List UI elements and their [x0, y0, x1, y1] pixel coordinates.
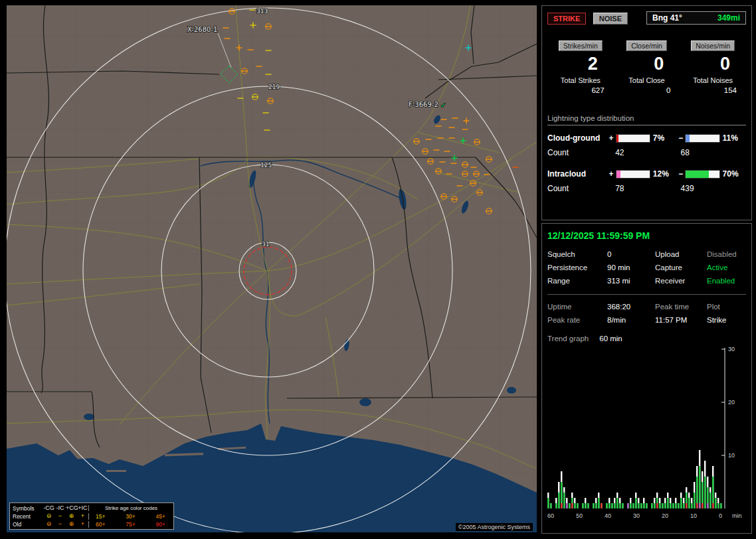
ic-plus-bar [616, 170, 650, 179]
close-per-min-value: 0 [614, 51, 680, 75]
legend-age-values: 60+75+90+ [88, 521, 171, 528]
plot-mode-value: Strike [707, 316, 746, 324]
legend-header: +CG [66, 504, 77, 512]
total-close-label: Total Close [614, 76, 680, 84]
strike-symbol-glyph: ⊖ [43, 512, 54, 520]
upload-value: Disabled [707, 250, 746, 258]
rate-columns: Strikes/min 2 Total Strikes 627 Close/mi… [547, 40, 746, 94]
squelch-label: Squelch [547, 250, 607, 258]
svg-text:60: 60 [547, 512, 554, 519]
intracloud-label: Intracloud [547, 169, 607, 179]
strike-symbol-glyph: ⊕ [66, 520, 77, 528]
legend-header: -IC [54, 504, 66, 512]
capture-label: Capture [655, 264, 707, 271]
trend-graph-header: Trend graph 60 min [547, 335, 746, 343]
close-per-min-button[interactable]: Close/min [626, 40, 667, 51]
trend-graph: 1020306050403020100min [545, 346, 755, 520]
strike-mode-button[interactable]: STRIKE [547, 13, 586, 25]
legend-row-label: Recent [13, 513, 43, 520]
uptime-grid: Uptime 368:20 Peak time Plot Peak rate 8… [547, 303, 746, 324]
peakrate-value: 8/min [607, 316, 655, 324]
legend-header: Symbols [13, 505, 43, 512]
plus-sign: + [607, 133, 615, 143]
uptime-label: Uptime [547, 303, 607, 311]
peaktime-value: 11:57 PM [655, 316, 707, 324]
status-panel: 12/12/2025 11:59:59 PM Squelch 0 Upload … [541, 223, 752, 534]
legend-age-header: Strike age color codes [88, 505, 171, 511]
range-label: Range [547, 277, 607, 285]
mode-toolbar: STRIKE NOISE Bng 41° 349mi [547, 11, 746, 25]
cg-minus-pct: 11% [720, 133, 746, 143]
svg-text:20: 20 [728, 399, 735, 406]
close-column: Close/min 0 Total Close 0 [614, 40, 680, 94]
ic-minus-pct: 70% [720, 169, 746, 179]
legend-age-values: 15+30+45+ [88, 513, 171, 520]
bearing-distance: 349mi [717, 13, 740, 23]
mode-buttons: STRIKE NOISE [547, 12, 628, 25]
bearing-value: Bng 41° [652, 13, 682, 23]
ic-count-label: Count [547, 184, 615, 193]
svg-text:min: min [732, 512, 742, 519]
distribution-title: Lightning type distribution [547, 114, 746, 125]
legend-header: +IC [77, 504, 88, 512]
svg-text:313: 313 [256, 8, 268, 15]
intracloud-counts: Count 78 439 [547, 184, 746, 193]
ic-minus-bar [685, 170, 719, 179]
svg-text:✓: ✓ [440, 102, 446, 109]
noises-per-min-button[interactable]: Noises/min [691, 40, 735, 51]
noises-column: Noises/min 0 Total Noises 154 [680, 40, 746, 94]
capture-value: Active [707, 264, 746, 271]
svg-text:X-2680-1: X-2680-1 [187, 26, 217, 33]
strikes-per-min-button[interactable]: Strikes/min [559, 40, 603, 51]
total-strikes-label: Total Strikes [547, 76, 614, 84]
total-close-value: 0 [614, 86, 680, 94]
cloud-ground-row: Cloud-ground + 7% − 11% [547, 133, 746, 143]
strike-symbol-glyph: + [77, 512, 88, 520]
legend-grid: Symbols-CG-IC+CG+ICStrike age color code… [13, 504, 171, 528]
bearing-readout: Bng 41° 349mi [646, 11, 746, 25]
trend-window: 60 min [599, 335, 622, 343]
sidebar: STRIKE NOISE Bng 41° 349mi Strikes/min 2… [541, 5, 752, 534]
strike-symbol-glyph: ⊕ [66, 512, 77, 520]
legend-row-label: Old [13, 521, 43, 528]
svg-text:30: 30 [728, 346, 735, 352]
strike-symbol-glyph: ⊖ [43, 520, 54, 528]
receiver-status-grid: Squelch 0 Upload Disabled Persistence 90… [547, 250, 746, 285]
trend-label: Trend graph [547, 335, 589, 343]
cg-plus-bar [616, 134, 650, 143]
strike-symbol-glyph: − [54, 512, 66, 520]
total-noises-label: Total Noises [680, 76, 746, 84]
receiver-label: Receiver [655, 277, 707, 285]
cloud-ground-counts: Count 42 68 [547, 148, 746, 157]
total-noises-value: 154 [680, 86, 746, 94]
ic-plus-pct: 12% [650, 169, 676, 179]
map-canvas[interactable]: 31321912531X-2680-1F-3669-2✓ [7, 5, 537, 532]
persistence-label: Persistence [547, 264, 607, 271]
receiver-value: Enabled [707, 277, 746, 285]
svg-text:125: 125 [260, 162, 272, 169]
map-panel[interactable]: 31321912531X-2680-1F-3669-2✓ Symbols-CG-… [7, 5, 537, 532]
minus-sign: − [676, 169, 685, 179]
peakrate-label: Peak rate [547, 316, 607, 324]
strikes-per-min-value: 2 [547, 51, 614, 75]
peaktime-label: Peak time [655, 303, 707, 311]
datetime-display: 12/12/2025 11:59:59 PM [547, 230, 746, 241]
cloud-ground-label: Cloud-ground [547, 133, 607, 143]
upload-label: Upload [655, 250, 707, 258]
svg-text:10: 10 [728, 452, 735, 459]
uptime-value: 368:20 [607, 303, 655, 311]
statistics-panel: STRIKE NOISE Bng 41° 349mi Strikes/min 2… [541, 5, 752, 220]
legend-header: -CG [43, 504, 54, 512]
minus-sign: − [676, 133, 685, 143]
cg-count-label: Count [547, 148, 615, 157]
svg-text:10: 10 [690, 512, 697, 519]
strikes-column: Strikes/min 2 Total Strikes 627 [547, 40, 614, 94]
cg-minus-bar [685, 134, 719, 143]
svg-text:20: 20 [662, 512, 668, 519]
cg-plus-pct: 7% [650, 133, 676, 143]
divider [547, 294, 746, 295]
intracloud-row: Intracloud + 12% − 70% [547, 169, 746, 179]
svg-text:0: 0 [719, 512, 722, 519]
noise-mode-button[interactable]: NOISE [593, 13, 628, 25]
ic-plus-count: 78 [615, 184, 680, 193]
